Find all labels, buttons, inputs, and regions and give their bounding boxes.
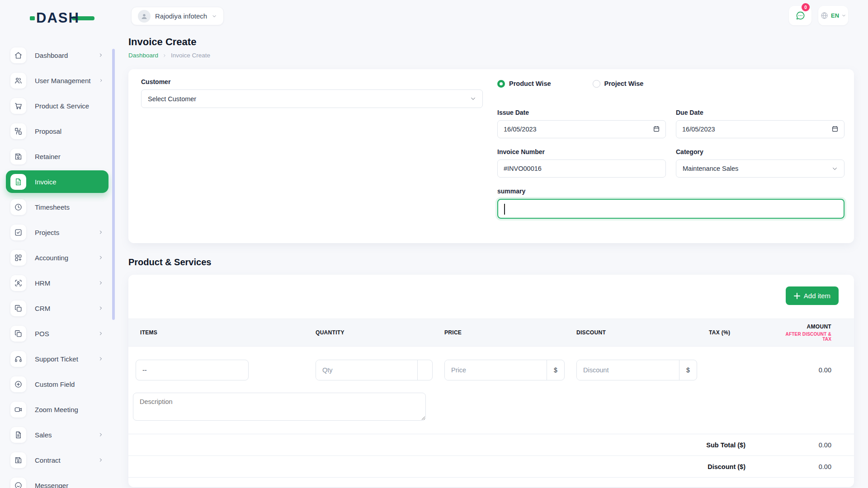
sidebar-item-contract[interactable]: Contract xyxy=(0,447,115,473)
chevron-down-icon xyxy=(470,96,476,102)
column-items: ITEMS xyxy=(140,329,316,336)
sidebar-item-label: Sales xyxy=(35,431,52,439)
issue-date-input[interactable] xyxy=(497,120,666,138)
subtotal-row: Sub Total ($) 0.00 xyxy=(128,434,854,456)
row-amount-value: 0.00 xyxy=(781,360,831,380)
sidebar-item-invoice[interactable]: Invoice xyxy=(0,169,115,194)
language-selector[interactable]: EN xyxy=(818,6,848,25)
customer-label: Customer xyxy=(141,78,483,85)
sidebar-item-label: Projects xyxy=(35,229,59,236)
logo-text: DASH xyxy=(36,10,80,26)
sidebar-item-timesheets[interactable]: Timesheets xyxy=(0,194,115,220)
sidebar-item-label: Messenger xyxy=(35,482,68,488)
sidebar-scrollbar[interactable] xyxy=(112,49,115,320)
subtotal-value: 0.00 xyxy=(745,441,831,449)
sidebar: Dashboard User Management Product & Serv… xyxy=(0,42,115,488)
items-table-header: ITEMS QUANTITY PRICE DISCOUNT TAX (%) AM… xyxy=(128,319,854,347)
column-quantity: QUANTITY xyxy=(316,329,444,336)
sidebar-item-user-management[interactable]: User Management xyxy=(0,68,115,93)
users-icon xyxy=(10,73,26,89)
customer-column: Customer Select Customer xyxy=(141,78,483,233)
sidebar-item-pos[interactable]: POS xyxy=(0,321,115,346)
add-item-button[interactable]: Add item xyxy=(786,286,839,305)
sidebar-item-proposal[interactable]: Proposal xyxy=(0,118,115,144)
messages-button[interactable]: 0 xyxy=(789,6,811,25)
chevron-right-icon xyxy=(98,280,104,286)
customer-select-value: Select Customer xyxy=(148,95,196,103)
sidebar-item-label: Accounting xyxy=(35,254,68,262)
product-services-card: Add item ITEMS QUANTITY PRICE DISCOUNT T… xyxy=(128,275,854,487)
sidebar-item-label: Custom Field xyxy=(35,380,75,388)
sidebar-item-support-ticket[interactable]: Support Ticket xyxy=(0,346,115,371)
sidebar-item-label: CRM xyxy=(35,305,50,312)
discount-input-group: $ xyxy=(576,360,697,380)
description-cell xyxy=(128,380,854,434)
category-label: Category xyxy=(676,148,844,155)
column-amount: AMOUNT AFTER DISCOUNT & TAX xyxy=(781,324,831,342)
project-wise-radio[interactable]: Project Wise xyxy=(593,80,644,88)
price-input[interactable] xyxy=(445,360,547,380)
category-select-value: Maintenance Sales xyxy=(683,165,738,172)
sidebar-item-sales[interactable]: Sales xyxy=(0,422,115,447)
copy-icon xyxy=(10,326,26,342)
summary-textarea[interactable] xyxy=(497,199,844,219)
sidebar-item-label: POS xyxy=(35,330,49,338)
sidebar-item-label: Product & Service xyxy=(35,102,89,110)
sidebar-item-crm[interactable]: CRM xyxy=(0,296,115,321)
item-select[interactable]: -- xyxy=(136,360,249,380)
cart-icon xyxy=(10,98,26,114)
product-wise-radio[interactable]: Product Wise xyxy=(497,80,551,88)
headphones-icon xyxy=(10,351,26,367)
breadcrumb: Dashboard Invoice Create xyxy=(128,52,854,59)
description-textarea[interactable] xyxy=(133,393,426,421)
category-field: Category Maintenance Sales xyxy=(676,148,844,178)
breadcrumb-current: Invoice Create xyxy=(171,52,210,59)
sidebar-item-label: Proposal xyxy=(35,127,61,135)
clock-icon xyxy=(10,199,26,215)
product-wise-label: Product Wise xyxy=(509,80,551,87)
app-logo[interactable]: DASH xyxy=(30,10,94,26)
invoice-meta-column: Product Wise Project Wise Issue Date Due… xyxy=(497,78,844,233)
discount-total-value: 0.00 xyxy=(745,463,831,470)
sidebar-item-messenger[interactable]: Messenger xyxy=(0,473,115,488)
invoice-number-input[interactable] xyxy=(497,160,666,178)
workspace-name: Rajodiya infotech xyxy=(155,12,207,20)
chevron-down-icon xyxy=(832,166,838,172)
item-row: -- $ $ 0.00 xyxy=(128,347,854,380)
quantity-unit-box xyxy=(417,360,432,380)
text-cursor xyxy=(504,204,505,215)
price-input-group: $ xyxy=(444,360,565,380)
workspace-switcher[interactable]: Rajodiya infotech xyxy=(131,7,224,25)
sidebar-item-zoom-meeting[interactable]: Zoom Meeting xyxy=(0,397,115,422)
file-icon xyxy=(10,427,26,443)
sidebar-item-label: Support Ticket xyxy=(35,355,78,363)
category-select[interactable]: Maintenance Sales xyxy=(676,160,844,178)
sidebar-item-label: Retainer xyxy=(35,153,61,160)
sidebar-item-label: Dashboard xyxy=(35,52,68,59)
sidebar-item-retainer[interactable]: Retainer xyxy=(0,144,115,169)
discount-input[interactable] xyxy=(577,360,679,380)
discount-total-label: Discount ($) xyxy=(708,463,745,470)
main-content: Invoice Create Dashboard Invoice Create … xyxy=(128,36,854,487)
grid-plus-icon xyxy=(10,250,26,266)
sidebar-item-dashboard[interactable]: Dashboard xyxy=(0,42,115,68)
item-select-value: -- xyxy=(142,366,147,374)
discount-total-row: Discount ($) 0.00 xyxy=(128,456,854,478)
video-camera-icon xyxy=(10,402,26,418)
sidebar-item-projects[interactable]: Projects xyxy=(0,220,115,245)
sidebar-item-hrm[interactable]: HRM xyxy=(0,270,115,296)
sidebar-item-product-service[interactable]: Product & Service xyxy=(0,93,115,118)
breadcrumb-dashboard-link[interactable]: Dashboard xyxy=(128,52,158,59)
discount-currency-suffix: $ xyxy=(679,360,697,380)
person-scan-icon xyxy=(10,275,26,291)
sidebar-item-accounting[interactable]: Accounting xyxy=(0,245,115,270)
sidebar-item-custom-field[interactable]: Custom Field xyxy=(0,371,115,397)
customer-select[interactable]: Select Customer xyxy=(141,89,483,108)
invoice-form-card: Customer Select Customer Product Wise Pr… xyxy=(128,69,854,243)
due-date-input[interactable] xyxy=(676,120,844,138)
column-discount: DISCOUNT xyxy=(576,329,709,336)
quantity-input[interactable] xyxy=(316,360,417,380)
language-code: EN xyxy=(831,12,839,19)
chevron-down-icon xyxy=(841,13,846,18)
home-icon xyxy=(10,47,26,63)
